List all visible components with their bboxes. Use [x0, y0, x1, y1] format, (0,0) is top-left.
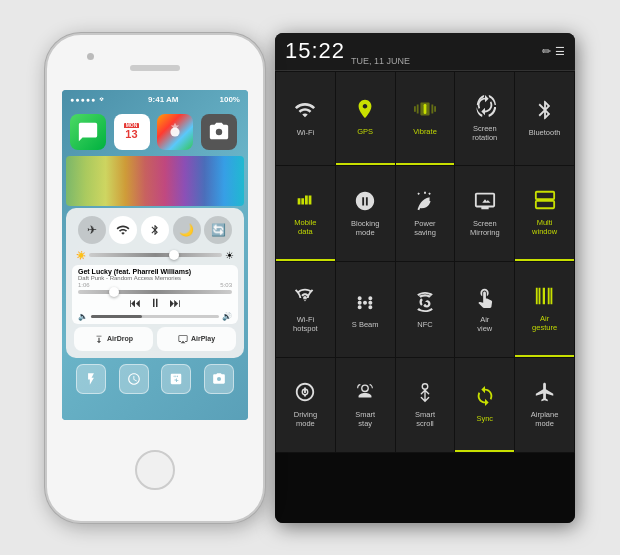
ios-carrier: ●●●●● ᯤ — [70, 96, 107, 103]
svg-rect-3 — [535, 201, 553, 208]
galaxy-s-beam-icon — [354, 291, 376, 316]
ios-app-camera[interactable] — [201, 114, 237, 150]
galaxy-air-view-label: Airview — [477, 315, 492, 333]
iphone-speaker — [130, 65, 180, 71]
galaxy-pencil-icon: ✏ — [542, 45, 551, 58]
galaxy-tile-gps[interactable]: GPS — [336, 72, 395, 165]
galaxy-tile-wifi[interactable]: Wi-Fi — [276, 72, 335, 165]
galaxy-gps-icon — [354, 98, 376, 123]
galaxy-sync-label: Sync — [476, 414, 493, 423]
galaxy-hotspot-icon — [294, 286, 316, 311]
iphone-camera — [87, 53, 94, 60]
ios-clock-btn[interactable] — [119, 364, 149, 394]
galaxy-rotation-label: Screenrotation — [472, 124, 497, 142]
galaxy-date: TUE, 11 JUNE — [351, 56, 410, 70]
iphone-home-button[interactable] — [135, 450, 175, 490]
ios-now-playing: Get Lucky (feat. Pharrell Williams) Daft… — [72, 265, 238, 324]
iphone-device: ●●●●● ᯤ 9:41 AM 100% MON 13 — [45, 33, 265, 523]
ios-airplane-btn[interactable]: ✈ — [78, 216, 106, 244]
galaxy-wifi-label: Wi-Fi — [297, 128, 315, 137]
ios-song-artist: Daft Punk - Random Access Memories — [78, 275, 191, 281]
ios-app-grid: MON 13 — [62, 110, 248, 154]
galaxy-time: 15:22 — [285, 38, 345, 64]
galaxy-mobile-data-label: Mobiledata — [294, 218, 316, 236]
ios-time-total: 5:03 — [220, 282, 232, 288]
main-container: ●●●●● ᯤ 9:41 AM 100% MON 13 — [35, 23, 585, 533]
galaxy-vibrate-label: Vibrate — [413, 127, 437, 136]
ios-app-photos[interactable] — [157, 114, 193, 150]
ios-cc-top-row: ✈ 🌙 🔄 — [70, 212, 240, 248]
galaxy-driving-label: Drivingmode — [294, 410, 317, 428]
ios-airplay-btn[interactable]: AirPlay — [157, 327, 236, 351]
ios-app-messages[interactable] — [70, 114, 106, 150]
ios-time: 9:41 AM — [148, 95, 178, 104]
galaxy-tile-screen-mirroring[interactable]: ScreenMirroring — [455, 166, 514, 261]
galaxy-tile-hotspot[interactable]: Wi-Fihotspot — [276, 262, 335, 357]
ios-dnd-btn[interactable]: 🌙 — [173, 216, 201, 244]
iphone-bottom — [135, 420, 175, 521]
galaxy-tile-air-gesture[interactable]: Airgesture — [515, 262, 574, 357]
ios-rotation-btn[interactable]: 🔄 — [204, 216, 232, 244]
ios-play-btn[interactable]: ⏸ — [149, 296, 161, 310]
ios-prev-btn[interactable]: ⏮ — [129, 296, 141, 310]
galaxy-blocking-label: Blockingmode — [351, 219, 379, 237]
galaxy-nfc-icon — [414, 291, 436, 316]
galaxy-mobile-data-icon — [294, 189, 316, 214]
ios-airdrop-btn[interactable]: AirDrop — [74, 327, 153, 351]
ios-camera-shortcut-btn[interactable] — [204, 364, 234, 394]
galaxy-tile-rotation[interactable]: Screenrotation — [455, 72, 514, 165]
galaxy-smart-scroll-label: Smartscroll — [415, 410, 435, 428]
iphone-screen: ●●●●● ᯤ 9:41 AM 100% MON 13 — [62, 90, 248, 420]
galaxy-tile-air-view[interactable]: Airview — [455, 262, 514, 357]
galaxy-smart-scroll-icon — [414, 381, 436, 406]
galaxy-tile-nfc[interactable]: NFC — [396, 262, 455, 357]
galaxy-tile-vibrate[interactable]: Vibrate — [396, 72, 455, 165]
galaxy-tile-airplane[interactable]: Airplanemode — [515, 358, 574, 451]
galaxy-tile-power-saving[interactable]: Powersaving — [396, 166, 455, 261]
galaxy-rotation-icon — [474, 95, 496, 120]
galaxy-tile-mobile-data[interactable]: Mobiledata — [276, 166, 335, 261]
galaxy-screen-mirroring-icon — [474, 190, 496, 215]
ios-app-calendar[interactable]: MON 13 — [114, 114, 150, 150]
galaxy-air-gesture-label: Airgesture — [532, 314, 557, 332]
svg-point-5 — [362, 386, 368, 392]
ios-wallpaper-strip — [66, 156, 244, 206]
galaxy-airplane-icon — [534, 381, 556, 406]
galaxy-tile-blocking[interactable]: Blockingmode — [336, 166, 395, 261]
ios-song-title: Get Lucky (feat. Pharrell Williams) — [78, 268, 191, 275]
galaxy-sync-icon — [474, 385, 496, 410]
ios-screen: ●●●●● ᯤ 9:41 AM 100% MON 13 — [62, 90, 248, 420]
ios-brightness-slider[interactable]: ☀️ ☀ — [70, 248, 240, 263]
galaxy-air-view-icon — [474, 286, 496, 311]
galaxy-tile-s-beam[interactable]: S Beam — [336, 262, 395, 357]
ios-bluetooth-btn[interactable] — [141, 216, 169, 244]
galaxy-tile-bluetooth[interactable]: Bluetooth — [515, 72, 574, 165]
ios-battery: 100% — [220, 95, 240, 104]
ios-playback-controls[interactable]: ⏮ ⏸ ⏭ — [78, 296, 232, 310]
svg-rect-2 — [535, 192, 553, 199]
galaxy-airplane-label: Airplanemode — [531, 410, 559, 428]
ios-next-btn[interactable]: ⏭ — [169, 296, 181, 310]
galaxy-s-beam-label: S Beam — [352, 320, 379, 329]
galaxy-tile-sync[interactable]: Sync — [455, 358, 514, 451]
galaxy-tile-smart-scroll[interactable]: Smartscroll — [396, 358, 455, 451]
galaxy-power-saving-icon — [414, 190, 436, 215]
galaxy-tile-smart-stay[interactable]: Smartstay — [336, 358, 395, 451]
galaxy-power-saving-label: Powersaving — [414, 219, 436, 237]
galaxy-menu-icon[interactable]: ☰ — [555, 45, 565, 58]
galaxy-air-gesture-icon — [534, 285, 556, 310]
ios-statusbar: ●●●●● ᯤ 9:41 AM 100% — [62, 90, 248, 110]
galaxy-quick-settings-grid: Wi-Fi GPS Vibrate Screenrotation — [275, 71, 575, 453]
ios-flashlight-btn[interactable] — [76, 364, 106, 394]
ios-control-center: ✈ 🌙 🔄 ☀️ — [66, 208, 244, 358]
ios-volume-slider[interactable]: 🔈 🔊 — [78, 312, 232, 321]
galaxy-gps-label: GPS — [357, 127, 373, 136]
galaxy-bluetooth-label: Bluetooth — [529, 128, 561, 137]
galaxy-bottom-area — [275, 453, 575, 523]
ios-time-elapsed: 1:06 — [78, 282, 90, 288]
ios-wifi-btn[interactable] — [109, 216, 137, 244]
galaxy-tile-driving[interactable]: Drivingmode — [276, 358, 335, 451]
galaxy-bluetooth-icon — [534, 99, 556, 124]
ios-calculator-btn[interactable] — [161, 364, 191, 394]
galaxy-tile-multi-window[interactable]: Multiwindow — [515, 166, 574, 261]
